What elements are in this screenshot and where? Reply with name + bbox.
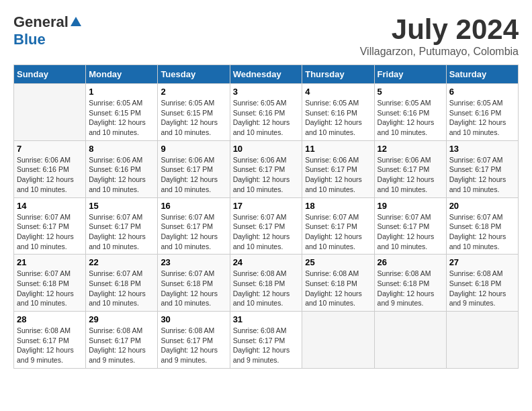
day-info: Sunrise: 6:08 AM Sunset: 6:17 PM Dayligh… (89, 326, 154, 365)
day-number: 3 (233, 87, 300, 97)
day-number: 25 (305, 257, 371, 267)
day-number: 22 (89, 257, 154, 267)
day-number: 29 (89, 314, 154, 324)
day-number: 14 (17, 201, 83, 211)
day-info: Sunrise: 6:08 AM Sunset: 6:18 PM Dayligh… (378, 269, 443, 308)
calendar-cell: 11Sunrise: 6:06 AM Sunset: 6:17 PM Dayli… (302, 140, 374, 197)
day-info: Sunrise: 6:07 AM Sunset: 6:17 PM Dayligh… (161, 212, 226, 252)
day-number: 15 (89, 201, 154, 211)
day-info: Sunrise: 6:07 AM Sunset: 6:17 PM Dayligh… (378, 212, 443, 252)
calendar-week-row: 1Sunrise: 6:05 AM Sunset: 6:15 PM Daylig… (14, 84, 519, 141)
calendar-cell: 20Sunrise: 6:07 AM Sunset: 6:18 PM Dayli… (446, 197, 518, 255)
day-info: Sunrise: 6:08 AM Sunset: 6:17 PM Dayligh… (161, 326, 226, 365)
day-number: 11 (305, 144, 371, 154)
calendar-cell: 29Sunrise: 6:08 AM Sunset: 6:17 PM Dayli… (86, 312, 158, 369)
calendar-cell: 6Sunrise: 6:05 AM Sunset: 6:16 PM Daylig… (446, 84, 518, 141)
calendar-day-header: Sunday (14, 65, 86, 84)
day-number: 4 (305, 87, 371, 97)
calendar-cell: 13Sunrise: 6:07 AM Sunset: 6:17 PM Dayli… (446, 140, 518, 197)
calendar-cell: 12Sunrise: 6:06 AM Sunset: 6:17 PM Dayli… (374, 140, 446, 197)
calendar-cell: 5Sunrise: 6:05 AM Sunset: 6:16 PM Daylig… (374, 84, 446, 141)
day-info: Sunrise: 6:07 AM Sunset: 6:18 PM Dayligh… (161, 269, 226, 308)
calendar-cell: 8Sunrise: 6:06 AM Sunset: 6:16 PM Daylig… (86, 140, 158, 197)
calendar-week-row: 7Sunrise: 6:06 AM Sunset: 6:16 PM Daylig… (14, 140, 519, 197)
day-info: Sunrise: 6:07 AM Sunset: 6:17 PM Dayligh… (89, 212, 154, 252)
day-info: Sunrise: 6:06 AM Sunset: 6:17 PM Dayligh… (305, 155, 371, 195)
day-number: 19 (378, 201, 443, 211)
calendar-table: SundayMondayTuesdayWednesdayThursdayFrid… (13, 64, 519, 369)
day-number: 6 (449, 87, 515, 97)
day-number: 27 (449, 257, 515, 267)
day-number: 12 (378, 144, 443, 154)
day-info: Sunrise: 6:06 AM Sunset: 6:17 PM Dayligh… (378, 155, 443, 195)
calendar-cell: 22Sunrise: 6:07 AM Sunset: 6:18 PM Dayli… (86, 255, 158, 312)
calendar-cell: 15Sunrise: 6:07 AM Sunset: 6:17 PM Dayli… (86, 197, 158, 255)
calendar-cell: 1Sunrise: 6:05 AM Sunset: 6:15 PM Daylig… (86, 84, 158, 141)
page-header: General Blue July 2024 Villagarzon, Putu… (13, 13, 519, 58)
calendar-cell: 17Sunrise: 6:07 AM Sunset: 6:17 PM Dayli… (230, 197, 302, 255)
day-info: Sunrise: 6:06 AM Sunset: 6:16 PM Dayligh… (17, 155, 83, 195)
day-number: 17 (233, 201, 300, 211)
svg-marker-0 (71, 17, 81, 26)
calendar-cell: 19Sunrise: 6:07 AM Sunset: 6:17 PM Dayli… (374, 197, 446, 255)
day-info: Sunrise: 6:08 AM Sunset: 6:18 PM Dayligh… (305, 269, 371, 308)
day-info: Sunrise: 6:07 AM Sunset: 6:18 PM Dayligh… (449, 212, 515, 252)
calendar-cell: 2Sunrise: 6:05 AM Sunset: 6:15 PM Daylig… (158, 84, 230, 141)
day-info: Sunrise: 6:07 AM Sunset: 6:18 PM Dayligh… (89, 269, 154, 308)
calendar-cell (14, 84, 86, 141)
logo: General Blue (13, 13, 83, 48)
day-info: Sunrise: 6:06 AM Sunset: 6:17 PM Dayligh… (161, 155, 226, 195)
calendar-cell: 28Sunrise: 6:08 AM Sunset: 6:17 PM Dayli… (14, 312, 86, 369)
calendar-day-header: Saturday (446, 65, 518, 84)
day-info: Sunrise: 6:05 AM Sunset: 6:16 PM Dayligh… (233, 98, 300, 138)
day-info: Sunrise: 6:08 AM Sunset: 6:18 PM Dayligh… (233, 269, 300, 308)
calendar-cell: 24Sunrise: 6:08 AM Sunset: 6:18 PM Dayli… (230, 255, 302, 312)
day-number: 21 (17, 257, 83, 267)
calendar-week-row: 21Sunrise: 6:07 AM Sunset: 6:18 PM Dayli… (14, 255, 519, 312)
day-info: Sunrise: 6:08 AM Sunset: 6:17 PM Dayligh… (233, 326, 300, 365)
calendar-cell: 16Sunrise: 6:07 AM Sunset: 6:17 PM Dayli… (158, 197, 230, 255)
day-number: 9 (161, 144, 226, 154)
calendar-cell: 4Sunrise: 6:05 AM Sunset: 6:16 PM Daylig… (302, 84, 374, 141)
logo-blue: Blue (13, 31, 46, 48)
day-number: 26 (378, 257, 443, 267)
calendar-cell: 30Sunrise: 6:08 AM Sunset: 6:17 PM Dayli… (158, 312, 230, 369)
location-subtitle: Villagarzon, Putumayo, Colombia (360, 46, 519, 58)
calendar-cell: 3Sunrise: 6:05 AM Sunset: 6:16 PM Daylig… (230, 84, 302, 141)
day-number: 30 (161, 314, 226, 324)
calendar-day-header: Tuesday (158, 65, 230, 84)
calendar-day-header: Friday (374, 65, 446, 84)
calendar-cell: 26Sunrise: 6:08 AM Sunset: 6:18 PM Dayli… (374, 255, 446, 312)
day-info: Sunrise: 6:05 AM Sunset: 6:15 PM Dayligh… (89, 98, 154, 138)
logo-general: General (13, 13, 69, 31)
day-info: Sunrise: 6:08 AM Sunset: 6:17 PM Dayligh… (17, 326, 83, 365)
day-number: 13 (449, 144, 515, 154)
calendar-week-row: 28Sunrise: 6:08 AM Sunset: 6:17 PM Dayli… (14, 312, 519, 369)
calendar-header-row: SundayMondayTuesdayWednesdayThursdayFrid… (14, 65, 519, 84)
day-number: 28 (17, 314, 83, 324)
calendar-cell: 10Sunrise: 6:06 AM Sunset: 6:17 PM Dayli… (230, 140, 302, 197)
calendar-day-header: Monday (86, 65, 158, 84)
day-info: Sunrise: 6:05 AM Sunset: 6:16 PM Dayligh… (449, 98, 515, 138)
day-info: Sunrise: 6:05 AM Sunset: 6:16 PM Dayligh… (378, 98, 443, 138)
calendar-cell: 21Sunrise: 6:07 AM Sunset: 6:18 PM Dayli… (14, 255, 86, 312)
day-info: Sunrise: 6:08 AM Sunset: 6:18 PM Dayligh… (449, 269, 515, 308)
calendar-week-row: 14Sunrise: 6:07 AM Sunset: 6:17 PM Dayli… (14, 197, 519, 255)
day-info: Sunrise: 6:05 AM Sunset: 6:16 PM Dayligh… (305, 98, 371, 138)
day-number: 7 (17, 144, 83, 154)
day-number: 31 (233, 314, 300, 324)
day-number: 24 (233, 257, 300, 267)
calendar-cell (446, 312, 518, 369)
logo-icon (70, 16, 82, 28)
day-number: 20 (449, 201, 515, 211)
day-number: 23 (161, 257, 226, 267)
calendar-cell: 23Sunrise: 6:07 AM Sunset: 6:18 PM Dayli… (158, 255, 230, 312)
day-number: 16 (161, 201, 226, 211)
month-year-title: July 2024 (360, 13, 519, 46)
day-number: 2 (161, 87, 226, 97)
calendar-cell: 7Sunrise: 6:06 AM Sunset: 6:16 PM Daylig… (14, 140, 86, 197)
day-number: 18 (305, 201, 371, 211)
day-info: Sunrise: 6:07 AM Sunset: 6:17 PM Dayligh… (233, 212, 300, 252)
day-number: 5 (378, 87, 443, 97)
title-section: July 2024 Villagarzon, Putumayo, Colombi… (360, 13, 519, 58)
